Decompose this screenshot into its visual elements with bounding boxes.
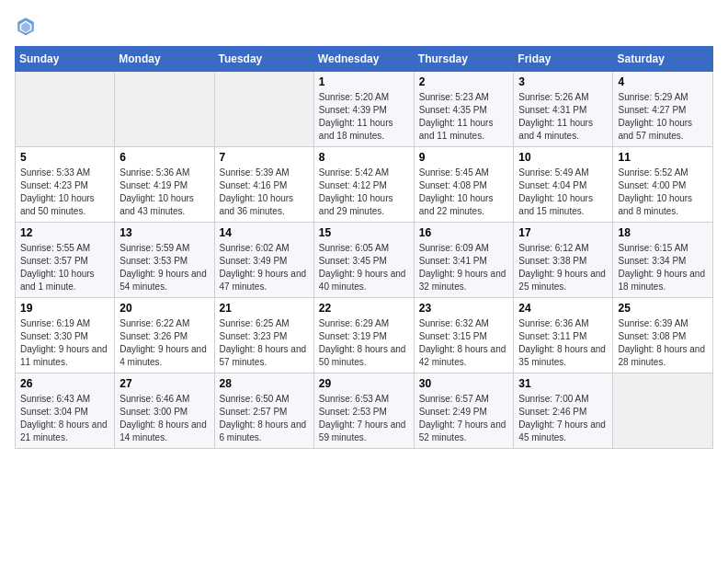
day-number: 20 (119, 302, 209, 315)
calendar-day: 27Sunrise: 6:46 AM Sunset: 3:00 PM Dayli… (115, 373, 214, 449)
day-info: Sunrise: 6:12 AM Sunset: 3:38 PM Dayligh… (518, 242, 608, 293)
day-header-sunday: Sunday (16, 47, 115, 72)
calendar-day: 24Sunrise: 6:36 AM Sunset: 3:11 PM Dayli… (514, 298, 613, 373)
day-info: Sunrise: 6:05 AM Sunset: 3:45 PM Dayligh… (319, 242, 409, 293)
day-number: 7 (220, 151, 309, 164)
calendar-day: 6Sunrise: 5:36 AM Sunset: 4:19 PM Daylig… (115, 147, 214, 223)
day-number: 19 (20, 302, 109, 315)
calendar-day: 16Sunrise: 6:09 AM Sunset: 3:41 PM Dayli… (414, 223, 514, 298)
calendar-day: 13Sunrise: 5:59 AM Sunset: 3:53 PM Dayli… (115, 223, 214, 298)
day-number: 2 (419, 75, 509, 88)
day-number: 14 (220, 226, 309, 239)
calendar-day: 19Sunrise: 6:19 AM Sunset: 3:30 PM Dayli… (16, 298, 115, 373)
calendar-day: 17Sunrise: 6:12 AM Sunset: 3:38 PM Dayli… (514, 223, 613, 298)
day-number: 15 (319, 226, 409, 239)
day-number: 23 (419, 302, 509, 315)
day-info: Sunrise: 6:19 AM Sunset: 3:30 PM Dayligh… (20, 317, 109, 369)
calendar-day: 3Sunrise: 5:26 AM Sunset: 4:31 PM Daylig… (514, 72, 613, 147)
day-info: Sunrise: 6:15 AM Sunset: 3:34 PM Dayligh… (618, 242, 708, 293)
day-info: Sunrise: 5:49 AM Sunset: 4:04 PM Dayligh… (518, 167, 608, 218)
calendar-day: 5Sunrise: 5:33 AM Sunset: 4:23 PM Daylig… (16, 147, 115, 223)
calendar-day: 7Sunrise: 5:39 AM Sunset: 4:16 PM Daylig… (214, 147, 313, 223)
calendar-day: 2Sunrise: 5:23 AM Sunset: 4:35 PM Daylig… (414, 72, 514, 147)
day-header-thursday: Thursday (414, 47, 514, 72)
day-header-saturday: Saturday (613, 47, 713, 72)
day-number: 26 (20, 377, 109, 390)
calendar-day: 1Sunrise: 5:20 AM Sunset: 4:39 PM Daylig… (313, 72, 414, 147)
calendar-day: 11Sunrise: 5:52 AM Sunset: 4:00 PM Dayli… (613, 147, 713, 223)
calendar-day: 9Sunrise: 5:45 AM Sunset: 4:08 PM Daylig… (414, 147, 514, 223)
day-number: 22 (319, 302, 409, 315)
day-info: Sunrise: 5:36 AM Sunset: 4:19 PM Dayligh… (119, 167, 209, 218)
day-info: Sunrise: 5:52 AM Sunset: 4:00 PM Dayligh… (618, 167, 708, 218)
day-number: 4 (618, 75, 708, 88)
calendar-week-4: 19Sunrise: 6:19 AM Sunset: 3:30 PM Dayli… (16, 298, 713, 373)
day-info: Sunrise: 6:50 AM Sunset: 2:57 PM Dayligh… (220, 393, 309, 444)
day-number: 11 (618, 151, 708, 164)
calendar-day: 14Sunrise: 6:02 AM Sunset: 3:49 PM Dayli… (214, 223, 313, 298)
day-number: 13 (119, 226, 209, 239)
day-number: 18 (618, 226, 708, 239)
day-number: 25 (618, 302, 708, 315)
day-number: 30 (419, 377, 509, 390)
day-number: 28 (220, 377, 309, 390)
day-info: Sunrise: 5:29 AM Sunset: 4:27 PM Dayligh… (618, 91, 708, 143)
day-info: Sunrise: 5:39 AM Sunset: 4:16 PM Dayligh… (220, 167, 309, 218)
calendar-day: 29Sunrise: 6:53 AM Sunset: 2:53 PM Dayli… (313, 373, 414, 449)
calendar-week-1: 1Sunrise: 5:20 AM Sunset: 4:39 PM Daylig… (16, 72, 713, 147)
calendar-day (115, 72, 214, 147)
calendar-header-row: SundayMondayTuesdayWednesdayThursdayFrid… (16, 47, 713, 72)
day-number: 3 (518, 75, 608, 88)
page-header (15, 15, 713, 37)
logo-icon (15, 15, 37, 37)
day-header-tuesday: Tuesday (214, 47, 313, 72)
calendar-week-2: 5Sunrise: 5:33 AM Sunset: 4:23 PM Daylig… (16, 147, 713, 223)
day-info: Sunrise: 6:46 AM Sunset: 3:00 PM Dayligh… (119, 393, 209, 444)
day-number: 29 (319, 377, 409, 390)
day-number: 9 (419, 151, 509, 164)
calendar-day: 30Sunrise: 6:57 AM Sunset: 2:49 PM Dayli… (414, 373, 514, 449)
day-info: Sunrise: 5:33 AM Sunset: 4:23 PM Dayligh… (20, 167, 109, 218)
day-header-friday: Friday (514, 47, 613, 72)
calendar-day: 10Sunrise: 5:49 AM Sunset: 4:04 PM Dayli… (514, 147, 613, 223)
day-number: 1 (319, 75, 409, 88)
calendar-week-3: 12Sunrise: 5:55 AM Sunset: 3:57 PM Dayli… (16, 223, 713, 298)
calendar-day: 23Sunrise: 6:32 AM Sunset: 3:15 PM Dayli… (414, 298, 514, 373)
day-info: Sunrise: 6:22 AM Sunset: 3:26 PM Dayligh… (119, 317, 209, 369)
calendar-day: 8Sunrise: 5:42 AM Sunset: 4:12 PM Daylig… (313, 147, 414, 223)
day-info: Sunrise: 6:36 AM Sunset: 3:11 PM Dayligh… (518, 317, 608, 369)
day-info: Sunrise: 5:20 AM Sunset: 4:39 PM Dayligh… (319, 91, 409, 143)
day-info: Sunrise: 5:59 AM Sunset: 3:53 PM Dayligh… (119, 242, 209, 293)
calendar-table: SundayMondayTuesdayWednesdayThursdayFrid… (15, 46, 713, 449)
day-info: Sunrise: 6:57 AM Sunset: 2:49 PM Dayligh… (419, 393, 509, 444)
calendar-day: 26Sunrise: 6:43 AM Sunset: 3:04 PM Dayli… (16, 373, 115, 449)
day-number: 5 (20, 151, 109, 164)
calendar-day: 20Sunrise: 6:22 AM Sunset: 3:26 PM Dayli… (115, 298, 214, 373)
day-info: Sunrise: 6:29 AM Sunset: 3:19 PM Dayligh… (319, 317, 409, 369)
day-number: 31 (518, 377, 608, 390)
day-info: Sunrise: 7:00 AM Sunset: 2:46 PM Dayligh… (518, 393, 608, 444)
calendar-day (613, 373, 713, 449)
day-number: 16 (419, 226, 509, 239)
day-header-monday: Monday (115, 47, 214, 72)
day-info: Sunrise: 5:23 AM Sunset: 4:35 PM Dayligh… (419, 91, 509, 143)
day-info: Sunrise: 6:43 AM Sunset: 3:04 PM Dayligh… (20, 393, 109, 444)
day-info: Sunrise: 6:39 AM Sunset: 3:08 PM Dayligh… (618, 317, 708, 369)
day-header-wednesday: Wednesday (313, 47, 414, 72)
day-info: Sunrise: 6:02 AM Sunset: 3:49 PM Dayligh… (220, 242, 309, 293)
calendar-week-5: 26Sunrise: 6:43 AM Sunset: 3:04 PM Dayli… (16, 373, 713, 449)
day-number: 10 (518, 151, 608, 164)
day-number: 21 (220, 302, 309, 315)
calendar-day: 18Sunrise: 6:15 AM Sunset: 3:34 PM Dayli… (613, 223, 713, 298)
calendar-day: 12Sunrise: 5:55 AM Sunset: 3:57 PM Dayli… (16, 223, 115, 298)
calendar-day: 28Sunrise: 6:50 AM Sunset: 2:57 PM Dayli… (214, 373, 313, 449)
day-info: Sunrise: 6:25 AM Sunset: 3:23 PM Dayligh… (220, 317, 309, 369)
day-number: 24 (518, 302, 608, 315)
day-number: 17 (518, 226, 608, 239)
day-info: Sunrise: 6:53 AM Sunset: 2:53 PM Dayligh… (319, 393, 409, 444)
day-info: Sunrise: 5:26 AM Sunset: 4:31 PM Dayligh… (518, 91, 608, 143)
day-number: 12 (20, 226, 109, 239)
day-info: Sunrise: 6:32 AM Sunset: 3:15 PM Dayligh… (419, 317, 509, 369)
calendar-day (214, 72, 313, 147)
calendar-day: 21Sunrise: 6:25 AM Sunset: 3:23 PM Dayli… (214, 298, 313, 373)
